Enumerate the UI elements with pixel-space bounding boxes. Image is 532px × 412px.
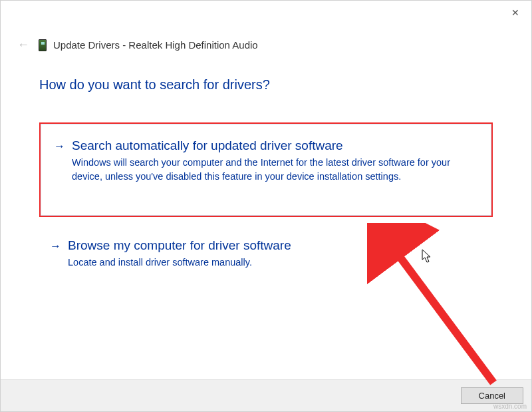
option-title: Browse my computer for driver software	[68, 238, 291, 253]
option-search-automatically[interactable]: → Search automatically for updated drive…	[39, 122, 493, 217]
option-head: → Browse my computer for driver software	[50, 238, 482, 253]
dialog-title: Update Drivers - Realtek High Definition…	[53, 39, 258, 51]
arrow-right-icon: →	[50, 240, 61, 253]
dialog-footer: Cancel	[1, 379, 531, 411]
option-browse-computer[interactable]: → Browse my computer for driver software…	[39, 230, 493, 284]
option-head: → Search automatically for updated drive…	[54, 138, 478, 153]
back-arrow-icon[interactable]: ←	[17, 38, 29, 52]
titlebar: ✕	[1, 1, 531, 21]
device-icon	[39, 39, 47, 51]
watermark-text: wsxdn.com	[493, 403, 527, 410]
prompt-heading: How do you want to search for drivers?	[39, 77, 493, 93]
cancel-button[interactable]: Cancel	[461, 387, 523, 404]
arrow-right-icon: →	[54, 140, 65, 153]
close-icon[interactable]: ✕	[511, 7, 519, 18]
content-area: How do you want to search for drivers? →…	[1, 59, 531, 284]
option-title: Search automatically for updated driver …	[72, 138, 343, 153]
option-description: Locate and install driver software manua…	[68, 256, 447, 270]
dialog-window: ✕ ← Update Drivers - Realtek High Defini…	[0, 0, 532, 412]
header-row: ← Update Drivers - Realtek High Definiti…	[1, 21, 531, 59]
option-description: Windows will search your computer and th…	[72, 156, 451, 184]
